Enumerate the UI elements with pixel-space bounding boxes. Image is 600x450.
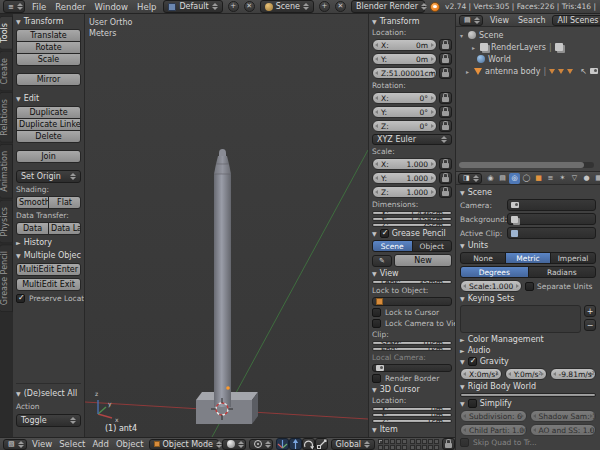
keying-sets-list[interactable] (460, 305, 581, 333)
tab-object-data-icon[interactable]: ▽ (569, 173, 580, 184)
skip-quad-to-tri-checkbox[interactable] (460, 438, 469, 447)
translate-manipulator-button[interactable] (289, 438, 302, 450)
menu-help[interactable]: Help (135, 2, 158, 12)
tab-texture-icon[interactable]: ▦ (593, 173, 600, 184)
keying-set-remove-button[interactable]: − (584, 319, 596, 331)
dimensions-y-field[interactable]: Y:1.458cm (372, 217, 452, 221)
panel-header-transform[interactable]: Transform (16, 16, 81, 27)
tab-material-icon[interactable]: ● (581, 173, 592, 184)
transform-orientation-select[interactable]: Global (331, 439, 375, 450)
simplify-subdivision-field[interactable]: Subdivision: 6 (460, 410, 527, 422)
units-radians-button[interactable]: Radians (528, 266, 597, 278)
delete-button[interactable]: Delete (16, 130, 81, 143)
rotation-x-field[interactable]: X:0° (372, 92, 437, 104)
panel-header-item[interactable]: Item (372, 425, 452, 434)
tab-object-icon[interactable]: ■ (533, 173, 544, 184)
restrict-select-icon[interactable]: ↖ (580, 67, 587, 76)
panel-header-deselect-all[interactable]: (De)select All (16, 388, 81, 399)
lock-scale-z-button[interactable] (439, 186, 452, 198)
location-x-field[interactable]: X:0m (372, 39, 437, 51)
lock-rotation-y-button[interactable] (439, 106, 452, 118)
multiedit-exit-button[interactable]: MultiEdit Exit (16, 278, 81, 291)
rotate-manipulator-button[interactable] (302, 438, 315, 450)
panel-header-transform[interactable]: Transform (372, 17, 452, 26)
panel-header-3d-cursor[interactable]: 3D Cursor (372, 385, 452, 394)
mode-select[interactable]: Object Mode (149, 439, 219, 450)
lock-rotation-x-button[interactable] (439, 92, 452, 104)
unit-scale-field[interactable]: Scale:1.000 (460, 280, 522, 292)
panel-header-view[interactable]: View (372, 269, 452, 278)
lock-location-y-button[interactable] (439, 53, 452, 65)
panel-header-history[interactable]: History (16, 237, 81, 248)
simplify-checkbox[interactable] (468, 399, 477, 408)
local-camera-field[interactable] (372, 364, 452, 372)
set-origin-menu[interactable]: Set Origin (16, 170, 81, 183)
tab-constraints-icon[interactable]: ≡ (545, 173, 556, 184)
gravity-checkbox[interactable] (468, 357, 477, 366)
scale-x-field[interactable]: X:1.000 (372, 158, 437, 170)
separate-units-checkbox[interactable] (525, 282, 534, 291)
menu-file[interactable]: File (30, 2, 48, 12)
tab-physics[interactable]: Physics (0, 200, 13, 244)
location-y-field[interactable]: Y:0m (372, 53, 437, 65)
active-clip-field[interactable] (507, 227, 596, 239)
expand-icon[interactable]: ▸ (464, 68, 471, 75)
editor-type-outliner-button[interactable]: ▤ (459, 15, 483, 26)
data-transfer-data-button[interactable]: Data (16, 222, 49, 235)
editor-type-properties-button[interactable]: ◨ (458, 173, 482, 184)
scale-button[interactable]: Scale (16, 53, 81, 66)
lock-scale-x-button[interactable] (439, 158, 452, 170)
tab-scene-icon[interactable]: ◎ (509, 173, 520, 184)
tab-animation[interactable]: Animation (0, 144, 13, 199)
lock-location-z-button[interactable] (439, 67, 452, 79)
tab-modifiers-icon[interactable]: ✶ (557, 173, 568, 184)
render-engine-select[interactable]: Blender Render (351, 0, 425, 13)
data-transfer-layout-button[interactable]: Data Layout (48, 222, 81, 235)
scene-select[interactable]: Scene (260, 0, 314, 13)
rotation-z-field[interactable]: Z:0° (372, 120, 437, 132)
cursor-y-field[interactable]: Y:0m (372, 413, 452, 417)
units-metric-button[interactable]: Metric (505, 252, 551, 264)
tab-grease-pencil[interactable]: Grease Pencil (0, 244, 13, 312)
outliner-row-render-layers[interactable]: ▸ RenderLayers | (458, 41, 598, 53)
cursor-z-field[interactable]: Z:1cm (372, 419, 452, 423)
location-z-field[interactable]: Z:51.00001cm (372, 67, 437, 79)
menu-window[interactable]: Window (93, 2, 131, 12)
gp-object-tab[interactable]: Object (412, 240, 453, 252)
manipulator-toggle-button[interactable] (276, 438, 289, 450)
screen-layout-select[interactable]: Default (163, 0, 222, 13)
outliner-menu-search[interactable]: Search (516, 16, 547, 25)
cursor-x-field[interactable]: X:0m (372, 407, 452, 411)
action-select[interactable]: Toggle (16, 414, 81, 427)
multiedit-enter-button[interactable]: MultiEdit Enter (16, 263, 81, 276)
panel-header-multi-edit[interactable]: Multiple Objects Edit (16, 250, 81, 261)
shade-flat-button[interactable]: Flat (48, 196, 81, 209)
tab-world-icon[interactable]: ◯ (521, 173, 532, 184)
panel-header-grease-pencil[interactable]: Grease Pencil (372, 229, 452, 238)
scale-y-field[interactable]: Y:1.000 (372, 172, 437, 184)
lock-location-x-button[interactable] (439, 39, 452, 51)
viewport-shading-select[interactable] (222, 439, 246, 450)
clip-end-field[interactable]: End:1km (372, 347, 452, 351)
gravity-x-field[interactable]: X:0m/s² (460, 368, 502, 380)
panel-header-simplify[interactable]: Simplify (460, 399, 596, 408)
outliner-row-scene[interactable]: ▾ Scene (458, 29, 598, 41)
gp-new-layer-button[interactable]: New (394, 254, 452, 267)
scene-add-button[interactable]: + (319, 1, 330, 12)
layout-add-button[interactable]: + (228, 1, 239, 12)
simplify-ao-sss-field[interactable]: AO and SS: 1.000 (530, 424, 597, 436)
simplify-child-particles-field[interactable]: Child Parti: 1.000 (460, 424, 527, 436)
layers-grid-left[interactable] (378, 439, 407, 450)
scale-z-field[interactable]: Z:1.000 (372, 186, 437, 198)
rotation-mode-select[interactable]: XYZ Euler (372, 134, 452, 145)
outliner-display-select[interactable]: All Scenes (552, 15, 600, 26)
editor-type-info-button[interactable]: ≡ (3, 0, 25, 13)
panel-header-edit[interactable]: Edit (16, 93, 81, 104)
lens-field[interactable]: Lens:35mm (372, 280, 452, 284)
shade-smooth-button[interactable]: Smooth (16, 196, 49, 209)
panel-header-scene[interactable]: Scene (460, 188, 596, 197)
dimensions-x-field[interactable]: X:1.436cm (372, 211, 452, 215)
lock-to-cursor-checkbox[interactable] (372, 308, 381, 317)
background-field[interactable] (507, 213, 596, 225)
scale-manipulator-button[interactable] (315, 438, 328, 450)
